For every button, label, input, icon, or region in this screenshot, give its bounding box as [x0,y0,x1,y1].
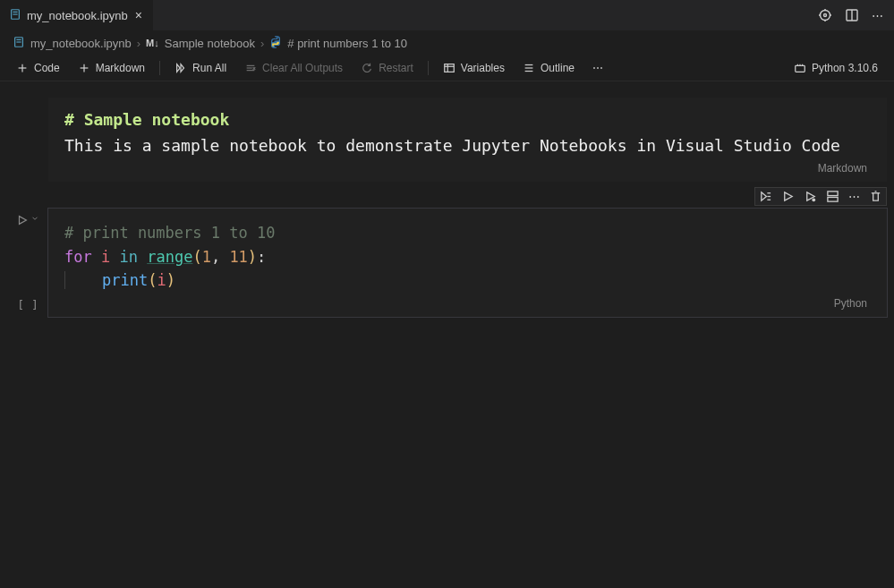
clear-outputs-button[interactable]: Clear All Outputs [237,59,350,77]
add-markdown-cell-button[interactable]: Markdown [71,59,152,77]
svg-rect-44 [828,198,838,202]
cell-toolbar: ⋯ [754,187,887,206]
code-cell-body[interactable]: ⋯ # print numbers 1 to 10 for i in range… [48,209,887,317]
toolbar-variables-label: Variables [461,62,505,74]
breadcrumb-file[interactable]: my_notebook.ipynb [30,37,132,50]
svg-marker-18 [177,64,181,72]
svg-rect-31 [796,65,805,72]
notebook-toolbar: Code Markdown Run All Clear All Outputs … [0,55,894,81]
svg-point-42 [812,199,815,202]
svg-point-4 [824,14,827,17]
execute-above-icon[interactable] [804,190,817,203]
notebook-file-icon [13,36,25,51]
split-editor-icon[interactable] [845,8,859,22]
toolbar-clear-label: Clear All Outputs [262,62,343,74]
cell-language-tag[interactable]: Markdown [64,157,871,178]
code-editor[interactable]: # print numbers 1 to 10 for i in range(1… [64,221,871,292]
run-customize-icon[interactable] [818,8,832,22]
run-cell-icon[interactable] [16,214,29,226]
cell-more-icon[interactable]: ⋯ [848,190,860,203]
svg-marker-40 [785,192,792,200]
chevron-right-icon: › [260,37,264,50]
markdown-heading: # Sample notebook [64,110,871,129]
execution-count: [ ] [17,298,38,311]
markdown-icon: M↓ [146,38,159,48]
split-cell-icon[interactable] [826,190,839,203]
separator [428,61,429,75]
tab-close-icon[interactable]: × [133,6,144,24]
chevron-right-icon: › [137,37,140,50]
toolbar-code-label: Code [34,62,60,74]
toolbar-markdown-label: Markdown [96,62,145,74]
svg-marker-35 [20,217,27,225]
toolbar-restart-label: Restart [379,62,413,74]
run-all-button[interactable]: Run All [167,59,234,77]
execute-cell-icon[interactable] [781,190,795,203]
cell-language-tag[interactable]: Python [64,292,871,313]
run-by-line-icon[interactable] [759,190,772,203]
breadcrumb: my_notebook.ipynb › M↓ Sample notebook ›… [0,31,894,55]
notebook-file-icon [9,8,21,23]
restart-kernel-button[interactable]: Restart [353,59,421,77]
separator [159,61,160,75]
svg-rect-25 [445,64,455,72]
delete-cell-icon[interactable] [869,190,882,203]
outline-button[interactable]: Outline [515,59,582,77]
svg-rect-43 [828,192,838,196]
variables-button[interactable]: Variables [436,59,512,77]
editor-tab-bar: my_notebook.ipynb × ⋯ [0,0,894,31]
markdown-text: This is a sample notebook to demonstrate… [64,134,871,157]
toolbar-runall-label: Run All [192,62,226,74]
tab-filename: my_notebook.ipynb [27,9,128,22]
breadcrumb-cell[interactable]: # print numbers 1 to 10 [287,37,407,50]
toolbar-outline-label: Outline [541,62,575,74]
more-actions-icon[interactable]: ⋯ [872,9,883,22]
cell-gutter: [ ] [7,209,48,317]
svg-marker-19 [181,64,184,72]
add-code-cell-button[interactable]: Code [9,59,67,77]
svg-point-3 [821,11,830,21]
svg-marker-36 [762,192,767,200]
breadcrumb-section[interactable]: Sample notebook [165,37,255,50]
code-cell[interactable]: [ ] ⋯ # print numbers 1 to 10 for i in r… [7,209,887,317]
cell-gutter [7,98,48,182]
kernel-name: Python 3.10.6 [812,62,878,74]
editor-tab[interactable]: my_notebook.ipynb × [0,0,154,30]
toolbar-more-button[interactable]: ⋯ [585,59,610,77]
run-dropdown-icon[interactable] [30,214,39,223]
markdown-cell[interactable]: # Sample notebook This is a sample noteb… [7,98,887,182]
notebook-container: # Sample notebook This is a sample noteb… [0,81,894,317]
markdown-cell-body[interactable]: # Sample notebook This is a sample noteb… [48,98,887,182]
kernel-picker-button[interactable]: Python 3.10.6 [787,59,885,77]
python-icon [269,36,282,51]
